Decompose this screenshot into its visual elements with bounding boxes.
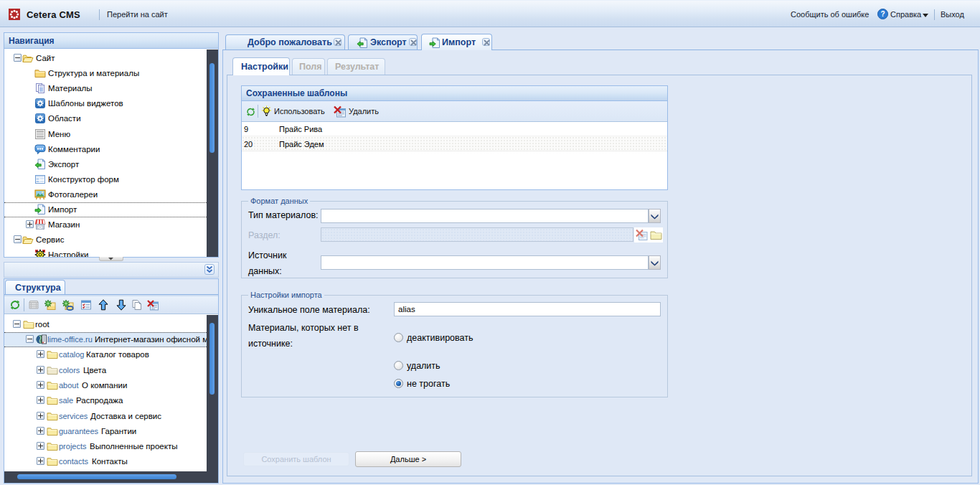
- svg-text:?: ?: [880, 10, 885, 18]
